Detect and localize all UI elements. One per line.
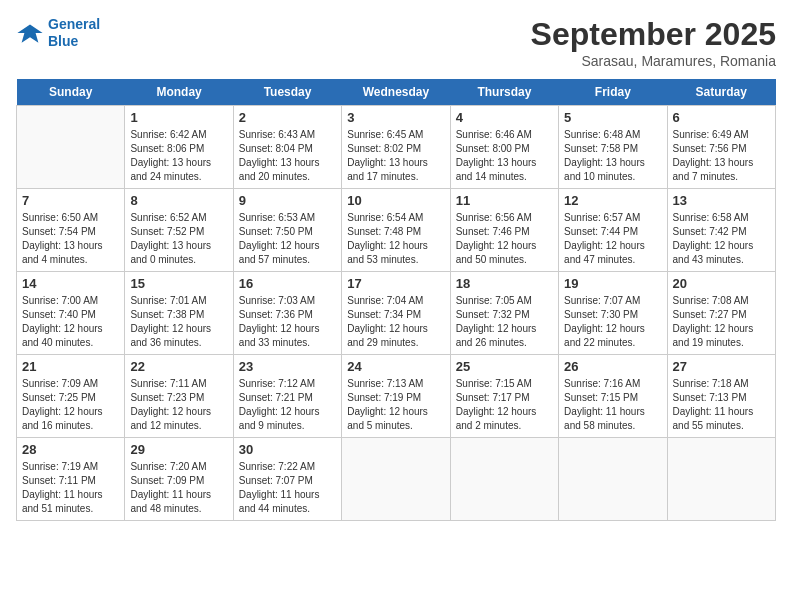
day-header-wednesday: Wednesday	[342, 79, 450, 106]
logo-text: General Blue	[48, 16, 100, 50]
calendar-cell: 9Sunrise: 6:53 AM Sunset: 7:50 PM Daylig…	[233, 189, 341, 272]
cell-info: Sunrise: 7:01 AM Sunset: 7:38 PM Dayligh…	[130, 294, 227, 350]
date-number: 29	[130, 442, 227, 457]
cell-info: Sunrise: 7:16 AM Sunset: 7:15 PM Dayligh…	[564, 377, 661, 433]
calendar-cell: 13Sunrise: 6:58 AM Sunset: 7:42 PM Dayli…	[667, 189, 775, 272]
cell-info: Sunrise: 6:46 AM Sunset: 8:00 PM Dayligh…	[456, 128, 553, 184]
calendar-cell: 7Sunrise: 6:50 AM Sunset: 7:54 PM Daylig…	[17, 189, 125, 272]
cell-info: Sunrise: 6:54 AM Sunset: 7:48 PM Dayligh…	[347, 211, 444, 267]
cell-info: Sunrise: 6:50 AM Sunset: 7:54 PM Dayligh…	[22, 211, 119, 267]
date-number: 19	[564, 276, 661, 291]
calendar-cell: 16Sunrise: 7:03 AM Sunset: 7:36 PM Dayli…	[233, 272, 341, 355]
calendar-cell	[559, 438, 667, 521]
logo-icon	[16, 19, 44, 47]
date-number: 5	[564, 110, 661, 125]
date-number: 18	[456, 276, 553, 291]
cell-info: Sunrise: 7:13 AM Sunset: 7:19 PM Dayligh…	[347, 377, 444, 433]
cell-info: Sunrise: 7:18 AM Sunset: 7:13 PM Dayligh…	[673, 377, 770, 433]
logo: General Blue	[16, 16, 100, 50]
cell-info: Sunrise: 6:57 AM Sunset: 7:44 PM Dayligh…	[564, 211, 661, 267]
date-number: 7	[22, 193, 119, 208]
calendar-cell: 8Sunrise: 6:52 AM Sunset: 7:52 PM Daylig…	[125, 189, 233, 272]
calendar-cell: 28Sunrise: 7:19 AM Sunset: 7:11 PM Dayli…	[17, 438, 125, 521]
day-header-tuesday: Tuesday	[233, 79, 341, 106]
calendar-cell: 14Sunrise: 7:00 AM Sunset: 7:40 PM Dayli…	[17, 272, 125, 355]
date-number: 30	[239, 442, 336, 457]
calendar-cell: 24Sunrise: 7:13 AM Sunset: 7:19 PM Dayli…	[342, 355, 450, 438]
calendar-week-5: 28Sunrise: 7:19 AM Sunset: 7:11 PM Dayli…	[17, 438, 776, 521]
date-number: 10	[347, 193, 444, 208]
date-number: 2	[239, 110, 336, 125]
calendar-cell: 19Sunrise: 7:07 AM Sunset: 7:30 PM Dayli…	[559, 272, 667, 355]
calendar-cell: 25Sunrise: 7:15 AM Sunset: 7:17 PM Dayli…	[450, 355, 558, 438]
date-number: 1	[130, 110, 227, 125]
date-number: 15	[130, 276, 227, 291]
calendar-table: SundayMondayTuesdayWednesdayThursdayFrid…	[16, 79, 776, 521]
cell-info: Sunrise: 6:45 AM Sunset: 8:02 PM Dayligh…	[347, 128, 444, 184]
cell-info: Sunrise: 7:08 AM Sunset: 7:27 PM Dayligh…	[673, 294, 770, 350]
calendar-cell: 5Sunrise: 6:48 AM Sunset: 7:58 PM Daylig…	[559, 106, 667, 189]
date-number: 9	[239, 193, 336, 208]
calendar-cell: 3Sunrise: 6:45 AM Sunset: 8:02 PM Daylig…	[342, 106, 450, 189]
cell-info: Sunrise: 7:11 AM Sunset: 7:23 PM Dayligh…	[130, 377, 227, 433]
date-number: 26	[564, 359, 661, 374]
date-number: 25	[456, 359, 553, 374]
date-number: 4	[456, 110, 553, 125]
cell-info: Sunrise: 7:19 AM Sunset: 7:11 PM Dayligh…	[22, 460, 119, 516]
cell-info: Sunrise: 7:07 AM Sunset: 7:30 PM Dayligh…	[564, 294, 661, 350]
cell-info: Sunrise: 7:05 AM Sunset: 7:32 PM Dayligh…	[456, 294, 553, 350]
date-number: 22	[130, 359, 227, 374]
svg-marker-0	[17, 24, 42, 42]
cell-info: Sunrise: 7:20 AM Sunset: 7:09 PM Dayligh…	[130, 460, 227, 516]
day-header-sunday: Sunday	[17, 79, 125, 106]
calendar-cell: 30Sunrise: 7:22 AM Sunset: 7:07 PM Dayli…	[233, 438, 341, 521]
calendar-week-3: 14Sunrise: 7:00 AM Sunset: 7:40 PM Dayli…	[17, 272, 776, 355]
cell-info: Sunrise: 6:43 AM Sunset: 8:04 PM Dayligh…	[239, 128, 336, 184]
calendar-cell: 2Sunrise: 6:43 AM Sunset: 8:04 PM Daylig…	[233, 106, 341, 189]
cell-info: Sunrise: 6:49 AM Sunset: 7:56 PM Dayligh…	[673, 128, 770, 184]
cell-info: Sunrise: 7:09 AM Sunset: 7:25 PM Dayligh…	[22, 377, 119, 433]
calendar-cell: 29Sunrise: 7:20 AM Sunset: 7:09 PM Dayli…	[125, 438, 233, 521]
calendar-cell: 20Sunrise: 7:08 AM Sunset: 7:27 PM Dayli…	[667, 272, 775, 355]
day-header-friday: Friday	[559, 79, 667, 106]
location-subtitle: Sarasau, Maramures, Romania	[531, 53, 776, 69]
cell-info: Sunrise: 7:12 AM Sunset: 7:21 PM Dayligh…	[239, 377, 336, 433]
day-header-monday: Monday	[125, 79, 233, 106]
calendar-cell: 12Sunrise: 6:57 AM Sunset: 7:44 PM Dayli…	[559, 189, 667, 272]
date-number: 23	[239, 359, 336, 374]
title-section: September 2025 Sarasau, Maramures, Roman…	[531, 16, 776, 69]
calendar-cell	[667, 438, 775, 521]
cell-info: Sunrise: 6:56 AM Sunset: 7:46 PM Dayligh…	[456, 211, 553, 267]
cell-info: Sunrise: 6:42 AM Sunset: 8:06 PM Dayligh…	[130, 128, 227, 184]
cell-info: Sunrise: 7:03 AM Sunset: 7:36 PM Dayligh…	[239, 294, 336, 350]
date-number: 12	[564, 193, 661, 208]
calendar-cell	[342, 438, 450, 521]
calendar-week-2: 7Sunrise: 6:50 AM Sunset: 7:54 PM Daylig…	[17, 189, 776, 272]
date-number: 24	[347, 359, 444, 374]
calendar-body: 1Sunrise: 6:42 AM Sunset: 8:06 PM Daylig…	[17, 106, 776, 521]
date-number: 13	[673, 193, 770, 208]
month-title: September 2025	[531, 16, 776, 53]
calendar-cell: 21Sunrise: 7:09 AM Sunset: 7:25 PM Dayli…	[17, 355, 125, 438]
date-number: 27	[673, 359, 770, 374]
calendar-cell: 10Sunrise: 6:54 AM Sunset: 7:48 PM Dayli…	[342, 189, 450, 272]
date-number: 21	[22, 359, 119, 374]
cell-info: Sunrise: 6:53 AM Sunset: 7:50 PM Dayligh…	[239, 211, 336, 267]
header: General Blue September 2025 Sarasau, Mar…	[16, 16, 776, 69]
calendar-week-1: 1Sunrise: 6:42 AM Sunset: 8:06 PM Daylig…	[17, 106, 776, 189]
calendar-cell: 6Sunrise: 6:49 AM Sunset: 7:56 PM Daylig…	[667, 106, 775, 189]
date-number: 3	[347, 110, 444, 125]
days-header: SundayMondayTuesdayWednesdayThursdayFrid…	[17, 79, 776, 106]
calendar-cell: 1Sunrise: 6:42 AM Sunset: 8:06 PM Daylig…	[125, 106, 233, 189]
calendar-cell	[17, 106, 125, 189]
cell-info: Sunrise: 7:22 AM Sunset: 7:07 PM Dayligh…	[239, 460, 336, 516]
calendar-cell: 18Sunrise: 7:05 AM Sunset: 7:32 PM Dayli…	[450, 272, 558, 355]
day-header-saturday: Saturday	[667, 79, 775, 106]
day-header-thursday: Thursday	[450, 79, 558, 106]
calendar-cell	[450, 438, 558, 521]
calendar-cell: 27Sunrise: 7:18 AM Sunset: 7:13 PM Dayli…	[667, 355, 775, 438]
date-number: 6	[673, 110, 770, 125]
cell-info: Sunrise: 7:00 AM Sunset: 7:40 PM Dayligh…	[22, 294, 119, 350]
date-number: 8	[130, 193, 227, 208]
cell-info: Sunrise: 6:48 AM Sunset: 7:58 PM Dayligh…	[564, 128, 661, 184]
